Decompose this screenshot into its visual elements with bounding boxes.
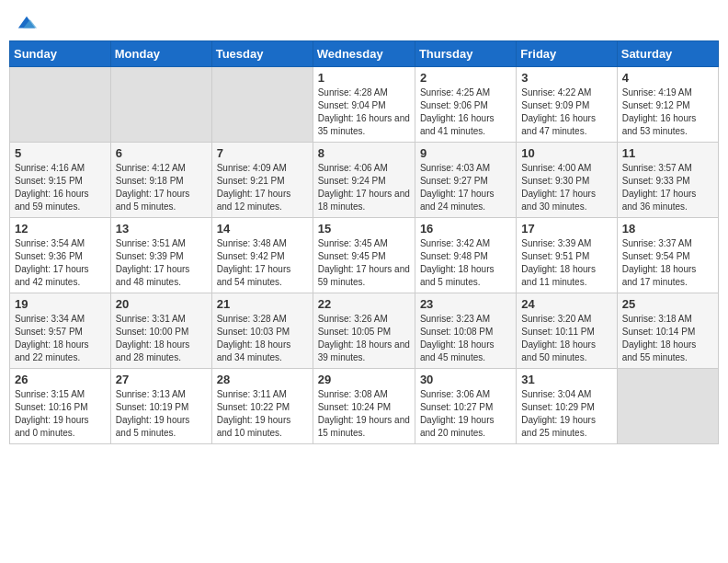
calendar-week-row: 26Sunrise: 3:15 AM Sunset: 10:16 PM Dayl… (10, 369, 719, 444)
day-info: Sunrise: 3:15 AM Sunset: 10:16 PM Daylig… (15, 388, 106, 440)
day-number: 23 (420, 297, 511, 311)
calendar-cell: 17Sunrise: 3:39 AM Sunset: 9:51 PM Dayli… (517, 218, 617, 293)
calendar-week-row: 12Sunrise: 3:54 AM Sunset: 9:36 PM Dayli… (10, 218, 719, 293)
day-number: 10 (521, 146, 611, 160)
calendar-cell: 30Sunrise: 3:06 AM Sunset: 10:27 PM Dayl… (415, 369, 516, 444)
calendar-cell: 21Sunrise: 3:28 AM Sunset: 10:03 PM Dayl… (211, 293, 313, 369)
calendar-cell (211, 67, 313, 143)
day-info: Sunrise: 3:57 AM Sunset: 9:33 PM Dayligh… (622, 162, 713, 213)
day-info: Sunrise: 3:18 AM Sunset: 10:14 PM Daylig… (622, 313, 713, 364)
page-header (9, 9, 719, 33)
day-info: Sunrise: 3:20 AM Sunset: 10:11 PM Daylig… (521, 313, 611, 364)
day-info: Sunrise: 3:42 AM Sunset: 9:48 PM Dayligh… (420, 237, 511, 289)
day-info: Sunrise: 3:11 AM Sunset: 10:22 PM Daylig… (217, 388, 308, 440)
calendar-cell: 19Sunrise: 3:34 AM Sunset: 9:57 PM Dayli… (10, 293, 111, 369)
day-info: Sunrise: 3:51 AM Sunset: 9:39 PM Dayligh… (116, 237, 207, 289)
day-info: Sunrise: 4:06 AM Sunset: 9:24 PM Dayligh… (318, 162, 410, 213)
calendar-cell: 14Sunrise: 3:48 AM Sunset: 9:42 PM Dayli… (211, 218, 313, 293)
day-info: Sunrise: 3:26 AM Sunset: 10:05 PM Daylig… (318, 313, 410, 364)
day-info: Sunrise: 4:25 AM Sunset: 9:06 PM Dayligh… (420, 86, 511, 138)
day-number: 14 (217, 222, 308, 236)
day-number: 19 (15, 297, 106, 311)
day-number: 6 (116, 146, 207, 160)
day-info: Sunrise: 3:13 AM Sunset: 10:19 PM Daylig… (116, 388, 207, 440)
calendar-cell: 29Sunrise: 3:08 AM Sunset: 10:24 PM Dayl… (313, 369, 415, 444)
col-header-wednesday: Wednesday (313, 41, 415, 67)
calendar-cell: 25Sunrise: 3:18 AM Sunset: 10:14 PM Dayl… (617, 293, 718, 369)
day-info: Sunrise: 3:45 AM Sunset: 9:45 PM Dayligh… (318, 237, 410, 289)
day-number: 16 (420, 222, 511, 236)
calendar-cell: 26Sunrise: 3:15 AM Sunset: 10:16 PM Dayl… (10, 369, 111, 444)
calendar-cell: 9Sunrise: 4:03 AM Sunset: 9:27 PM Daylig… (415, 143, 516, 218)
calendar-cell: 4Sunrise: 4:19 AM Sunset: 9:12 PM Daylig… (617, 67, 718, 143)
calendar-cell: 18Sunrise: 3:37 AM Sunset: 9:54 PM Dayli… (617, 218, 718, 293)
day-info: Sunrise: 3:28 AM Sunset: 10:03 PM Daylig… (217, 313, 308, 364)
day-number: 9 (420, 146, 511, 160)
day-number: 20 (116, 297, 207, 311)
col-header-thursday: Thursday (415, 41, 516, 67)
calendar-cell: 1Sunrise: 4:28 AM Sunset: 9:04 PM Daylig… (313, 67, 415, 143)
day-number: 12 (15, 222, 106, 236)
col-header-friday: Friday (517, 41, 617, 67)
day-number: 17 (521, 222, 611, 236)
calendar-cell: 2Sunrise: 4:25 AM Sunset: 9:06 PM Daylig… (415, 67, 516, 143)
calendar-cell: 23Sunrise: 3:23 AM Sunset: 10:08 PM Dayl… (415, 293, 516, 369)
calendar-header-row: SundayMondayTuesdayWednesdayThursdayFrid… (10, 41, 719, 67)
day-info: Sunrise: 3:31 AM Sunset: 10:00 PM Daylig… (116, 313, 207, 364)
calendar-cell: 11Sunrise: 3:57 AM Sunset: 9:33 PM Dayli… (617, 143, 718, 218)
day-info: Sunrise: 4:09 AM Sunset: 9:21 PM Dayligh… (217, 162, 308, 213)
col-header-sunday: Sunday (10, 41, 111, 67)
col-header-tuesday: Tuesday (211, 41, 313, 67)
day-info: Sunrise: 3:54 AM Sunset: 9:36 PM Dayligh… (15, 237, 106, 289)
calendar-cell (110, 67, 211, 143)
calendar-cell: 3Sunrise: 4:22 AM Sunset: 9:09 PM Daylig… (517, 67, 617, 143)
day-info: Sunrise: 4:28 AM Sunset: 9:04 PM Dayligh… (318, 86, 410, 138)
day-number: 13 (116, 222, 207, 236)
col-header-monday: Monday (110, 41, 211, 67)
day-number: 25 (622, 297, 713, 311)
day-info: Sunrise: 3:06 AM Sunset: 10:27 PM Daylig… (420, 388, 511, 440)
day-info: Sunrise: 4:00 AM Sunset: 9:30 PM Dayligh… (521, 162, 611, 213)
logo-icon (17, 13, 37, 33)
day-info: Sunrise: 4:12 AM Sunset: 9:18 PM Dayligh… (116, 162, 207, 213)
calendar-cell: 12Sunrise: 3:54 AM Sunset: 9:36 PM Dayli… (10, 218, 111, 293)
calendar-week-row: 19Sunrise: 3:34 AM Sunset: 9:57 PM Dayli… (10, 293, 719, 369)
day-info: Sunrise: 3:37 AM Sunset: 9:54 PM Dayligh… (622, 237, 713, 289)
day-info: Sunrise: 3:08 AM Sunset: 10:24 PM Daylig… (318, 388, 410, 440)
day-number: 15 (318, 222, 410, 236)
calendar-cell: 8Sunrise: 4:06 AM Sunset: 9:24 PM Daylig… (313, 143, 415, 218)
calendar-cell: 20Sunrise: 3:31 AM Sunset: 10:00 PM Dayl… (110, 293, 211, 369)
calendar-cell: 6Sunrise: 4:12 AM Sunset: 9:18 PM Daylig… (110, 143, 211, 218)
day-number: 28 (217, 373, 308, 386)
calendar-cell: 28Sunrise: 3:11 AM Sunset: 10:22 PM Dayl… (211, 369, 313, 444)
calendar-cell: 31Sunrise: 3:04 AM Sunset: 10:29 PM Dayl… (517, 369, 617, 444)
day-info: Sunrise: 3:39 AM Sunset: 9:51 PM Dayligh… (521, 237, 611, 289)
day-number: 5 (15, 146, 106, 160)
calendar-cell (10, 67, 111, 143)
calendar-cell: 13Sunrise: 3:51 AM Sunset: 9:39 PM Dayli… (110, 218, 211, 293)
day-info: Sunrise: 3:34 AM Sunset: 9:57 PM Dayligh… (15, 313, 106, 364)
day-info: Sunrise: 3:48 AM Sunset: 9:42 PM Dayligh… (217, 237, 308, 289)
calendar-cell: 27Sunrise: 3:13 AM Sunset: 10:19 PM Dayl… (110, 369, 211, 444)
day-number: 11 (622, 146, 713, 160)
calendar-table: SundayMondayTuesdayWednesdayThursdayFrid… (9, 40, 719, 444)
calendar-cell: 22Sunrise: 3:26 AM Sunset: 10:05 PM Dayl… (313, 293, 415, 369)
calendar-cell: 10Sunrise: 4:00 AM Sunset: 9:30 PM Dayli… (517, 143, 617, 218)
day-number: 29 (318, 373, 410, 386)
day-number: 3 (521, 71, 611, 85)
calendar-cell (617, 369, 718, 444)
day-number: 21 (217, 297, 308, 311)
day-number: 4 (622, 71, 713, 85)
day-number: 27 (116, 373, 207, 386)
day-number: 24 (521, 297, 611, 311)
calendar-cell: 5Sunrise: 4:16 AM Sunset: 9:15 PM Daylig… (10, 143, 111, 218)
day-info: Sunrise: 3:04 AM Sunset: 10:29 PM Daylig… (521, 388, 611, 440)
calendar-cell: 16Sunrise: 3:42 AM Sunset: 9:48 PM Dayli… (415, 218, 516, 293)
day-number: 18 (622, 222, 713, 236)
calendar-cell: 24Sunrise: 3:20 AM Sunset: 10:11 PM Dayl… (517, 293, 617, 369)
day-number: 8 (318, 146, 410, 160)
day-number: 7 (217, 146, 308, 160)
calendar-week-row: 1Sunrise: 4:28 AM Sunset: 9:04 PM Daylig… (10, 67, 719, 143)
day-number: 2 (420, 71, 511, 85)
day-info: Sunrise: 4:19 AM Sunset: 9:12 PM Dayligh… (622, 86, 713, 138)
